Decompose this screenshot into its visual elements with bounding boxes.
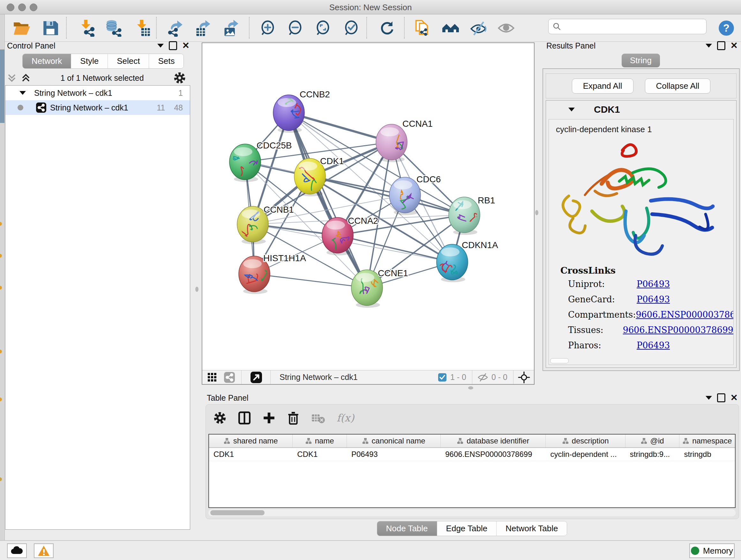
center-view-icon[interactable] bbox=[518, 371, 530, 383]
export-network-icon[interactable] bbox=[166, 19, 185, 37]
column-header-description[interactable]: description bbox=[546, 435, 625, 447]
home-networks-icon[interactable] bbox=[441, 19, 460, 37]
gene-collapse-icon[interactable] bbox=[568, 108, 575, 111]
gene-detail: cyclin-dependent kinase 1 bbox=[549, 119, 734, 365]
column-header-namespace[interactable]: namespace bbox=[679, 435, 735, 447]
search-input[interactable] bbox=[561, 22, 706, 31]
help-icon[interactable]: ? bbox=[717, 19, 736, 37]
show-columns-icon[interactable] bbox=[238, 411, 251, 425]
protein-structure-image bbox=[552, 136, 731, 263]
control-panel-menu-icon[interactable] bbox=[157, 44, 164, 48]
tab-select[interactable]: Select bbox=[108, 54, 149, 68]
zoom-out-icon[interactable] bbox=[286, 19, 305, 37]
expand-all-button[interactable]: Expand All bbox=[572, 78, 633, 94]
collection-expand-icon[interactable] bbox=[19, 91, 26, 95]
clone-network-icon[interactable] bbox=[413, 19, 431, 37]
table-hscrollbar-thumb[interactable] bbox=[210, 510, 265, 515]
table-hscrollbar[interactable] bbox=[208, 509, 736, 516]
save-session-icon[interactable] bbox=[41, 19, 60, 37]
network-view: CCNB2CCNA1CDC25BCDK1CDC6RB1CCNB1CCNA2CDK… bbox=[202, 43, 535, 385]
import-network-database-icon[interactable] bbox=[104, 19, 123, 37]
crosslinks-heading: CrossLinks bbox=[560, 265, 733, 276]
network-node-label-CCNA2: CCNA2 bbox=[348, 216, 378, 226]
results-panel-title: Results Panel bbox=[546, 41, 596, 51]
collection-count: 1 bbox=[179, 88, 183, 98]
table-options-gear-icon[interactable] bbox=[213, 412, 226, 424]
import-network-file-icon[interactable] bbox=[77, 19, 96, 37]
hidden-count: 0 - 0 bbox=[491, 373, 508, 382]
tab-network[interactable]: Network bbox=[23, 54, 71, 68]
string-results-container: Expand All Collapse All CDK1 cyclin-depe… bbox=[542, 68, 740, 371]
table-row[interactable]: CDK1 CDK1 P06493 9606.ENSP00000378699 cy… bbox=[209, 448, 735, 461]
left-splitter-handle[interactable] bbox=[195, 287, 199, 292]
tab-node-table[interactable]: Node Table bbox=[377, 521, 437, 536]
cell-id: stringdb:9... bbox=[625, 448, 680, 461]
zoom-fit-icon[interactable] bbox=[314, 19, 333, 37]
network-status-dot-icon bbox=[17, 105, 23, 111]
right-splitter-handle[interactable] bbox=[535, 210, 538, 215]
tab-style[interactable]: Style bbox=[71, 54, 108, 68]
table-panel-float-icon[interactable] bbox=[717, 393, 725, 402]
tab-network-table[interactable]: Network Table bbox=[496, 521, 567, 536]
toolbar-separator bbox=[366, 17, 367, 39]
status-bar: Memory bbox=[0, 540, 741, 560]
tab-string[interactable]: String bbox=[622, 54, 660, 67]
crosslink-compartments[interactable]: 9606.ENSP00000378699 bbox=[636, 310, 734, 320]
open-session-icon[interactable] bbox=[12, 19, 31, 37]
crosslink-genecard[interactable]: P06493 bbox=[636, 294, 670, 304]
zoom-selected-icon[interactable] bbox=[342, 19, 361, 37]
control-panel-close-icon[interactable]: ✕ bbox=[182, 42, 190, 49]
export-table-icon[interactable] bbox=[194, 19, 212, 37]
column-header-canonical-name[interactable]: canonical name bbox=[347, 435, 441, 447]
memory-button[interactable]: Memory bbox=[689, 543, 735, 558]
horizontal-splitter-handle[interactable] bbox=[468, 386, 473, 389]
add-column-icon[interactable] bbox=[263, 412, 275, 424]
string-style-icon[interactable] bbox=[224, 372, 235, 383]
warnings-button[interactable] bbox=[34, 543, 54, 558]
table-panel-menu-icon[interactable] bbox=[705, 396, 712, 400]
column-header-database-identifier[interactable]: database identifier bbox=[441, 435, 546, 447]
network-node-label-CDC25B: CDC25B bbox=[257, 140, 292, 150]
expand-all-icon[interactable] bbox=[21, 73, 30, 83]
grid-view-icon[interactable] bbox=[207, 373, 217, 382]
network-collection-row[interactable]: String Network – cdk1 1 bbox=[5, 85, 190, 100]
export-image-icon[interactable] bbox=[222, 19, 240, 37]
gene-name: CDK1 bbox=[594, 104, 620, 115]
toolbar-separator bbox=[66, 17, 67, 39]
show-graphics-icon[interactable] bbox=[497, 19, 515, 37]
network-row[interactable]: String Network – cdk1 11 48 bbox=[5, 100, 190, 115]
memory-label: Memory bbox=[703, 546, 733, 556]
selected-nodes-checkbox-icon[interactable] bbox=[438, 373, 447, 381]
refresh-layout-icon[interactable] bbox=[378, 19, 396, 37]
birdseye-view-icon[interactable] bbox=[251, 372, 262, 383]
collapse-all-icon[interactable] bbox=[7, 73, 17, 83]
cloud-icon bbox=[10, 546, 23, 555]
column-header-shared-name[interactable]: shared name bbox=[209, 435, 293, 447]
tab-sets[interactable]: Sets bbox=[149, 54, 184, 68]
delete-column-icon[interactable] bbox=[287, 411, 300, 425]
tab-edge-table[interactable]: Edge Table bbox=[437, 521, 497, 536]
collapse-all-button[interactable]: Collapse All bbox=[645, 78, 711, 94]
results-panel-menu-icon[interactable] bbox=[705, 44, 712, 48]
control-panel-float-icon[interactable] bbox=[169, 41, 177, 50]
crosslink-tissues[interactable]: 9606.ENSP00000378699 bbox=[623, 325, 733, 335]
function-builder-icon: f(x) bbox=[337, 412, 354, 424]
cloud-status-button[interactable] bbox=[7, 543, 27, 558]
network-node-label-CCNA1: CCNA1 bbox=[402, 119, 433, 129]
crosslink-pharos[interactable]: P06493 bbox=[636, 340, 670, 350]
network-options-gear-icon[interactable] bbox=[174, 72, 186, 84]
hide-graphics-icon[interactable] bbox=[469, 19, 488, 37]
gene-detail-hscrollbar[interactable] bbox=[550, 358, 569, 363]
string-network-icon bbox=[36, 103, 46, 113]
zoom-in-icon[interactable] bbox=[259, 19, 277, 37]
crosslink-uniprot[interactable]: P06493 bbox=[636, 279, 670, 289]
column-header-id[interactable]: @id bbox=[625, 435, 680, 447]
main-toolbar: ? bbox=[0, 14, 741, 42]
cell-name: CDK1 bbox=[293, 448, 347, 461]
network-canvas[interactable]: CCNB2CCNA1CDC25BCDK1CDC6RB1CCNB1CCNA2CDK… bbox=[202, 43, 534, 370]
column-header-name[interactable]: name bbox=[293, 435, 347, 447]
results-panel-float-icon[interactable] bbox=[717, 41, 725, 50]
import-table-icon[interactable] bbox=[133, 19, 151, 37]
table-panel-close-icon[interactable]: ✕ bbox=[731, 394, 738, 401]
results-panel-close-icon[interactable]: ✕ bbox=[731, 42, 738, 49]
